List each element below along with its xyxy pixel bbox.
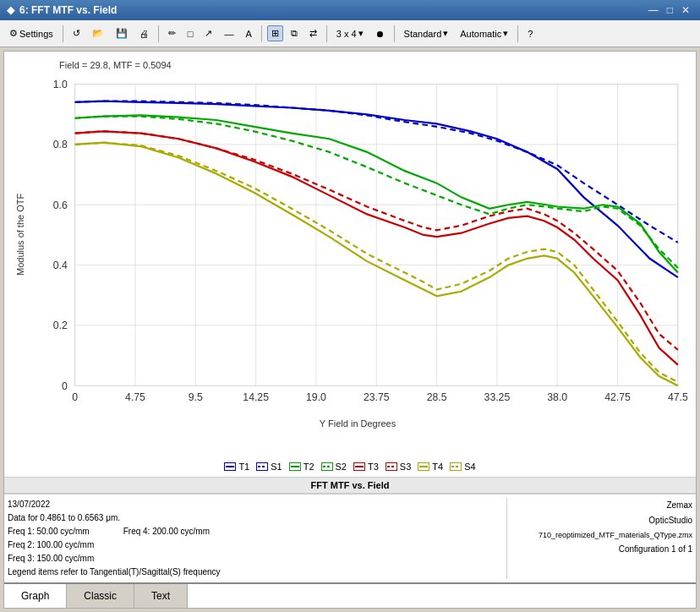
copy-button[interactable]: ⧉: [287, 25, 302, 41]
footer-company: Zemax: [514, 498, 692, 513]
footer-wavelength: Data for 0.4861 to 0.6563 μm.: [8, 511, 506, 525]
help-button[interactable]: ?: [523, 26, 537, 41]
svg-text:0.4: 0.4: [53, 260, 68, 271]
footer-freq1: Freq 1: 50.00 cyc/mm: [8, 525, 90, 538]
title-bar: ◆ 6: FFT MTF vs. Field — □ ✕: [0, 0, 700, 20]
svg-text:0.6: 0.6: [53, 199, 68, 211]
grid-icon: ⊞: [271, 28, 279, 39]
footer-filename: 710_reoptimized_MTF_materials_QType.zmx: [514, 528, 692, 542]
legend-item-t1: T1: [224, 462, 249, 472]
legend-box-s4: [450, 462, 462, 471]
rectangle-button[interactable]: □: [183, 26, 198, 41]
graph-area: Field = 29.8, MTF = 0.5094 Modulus of th…: [4, 52, 696, 456]
svg-text:19.0: 19.0: [306, 391, 326, 403]
legend-item-t4: T4: [418, 462, 443, 472]
toolbar-separator-1: [63, 25, 63, 42]
grid-size-dropdown[interactable]: 3 x 4 ▾: [332, 25, 368, 41]
automatic-dropdown[interactable]: Automatic ▾: [456, 25, 512, 41]
legend-label-t2: T2: [304, 462, 314, 472]
svg-text:14.25: 14.25: [243, 391, 269, 403]
tab-text[interactable]: Text: [134, 584, 188, 608]
save-button[interactable]: 💾: [112, 25, 132, 41]
footer-content: 13/07/2022 Data for 0.4861 to 0.6563 μm.…: [4, 494, 696, 582]
field-label: Field = 29.8, MTF = 0.5094: [59, 60, 687, 70]
legend-item-s2: S2: [321, 462, 347, 472]
chart-container: Modulus of the OTF: [13, 74, 687, 395]
arrow-button[interactable]: ↗: [200, 25, 216, 41]
text-icon: A: [245, 29, 251, 39]
toolbar-separator-6: [517, 25, 518, 42]
bottom-tabs: Graph Classic Text: [4, 582, 696, 608]
svg-text:0: 0: [72, 391, 78, 403]
y-axis-label: Modulus of the OTF: [13, 74, 28, 395]
record-button[interactable]: ⏺: [371, 26, 389, 41]
save-icon: 💾: [116, 28, 128, 39]
chart-wrapper: 1.0 0.8 0.6 0.4 0.2 0 0 4.75 9.5 14.25 1…: [28, 74, 687, 395]
text-button[interactable]: A: [241, 26, 255, 41]
pencil-button[interactable]: ✏: [164, 25, 180, 41]
footer-left: 13/07/2022 Data for 0.4861 to 0.6563 μm.…: [8, 498, 506, 579]
line-button[interactable]: —: [220, 26, 238, 41]
footer-freq2: Freq 2: 100.00 cyc/mm: [8, 538, 506, 552]
settings-icon: ⚙: [9, 28, 18, 39]
chevron-down-icon-3: ▾: [503, 28, 508, 39]
svg-text:4.75: 4.75: [125, 391, 145, 403]
svg-text:0.2: 0.2: [53, 320, 68, 331]
toolbar-separator-2: [158, 25, 159, 42]
minimize-button[interactable]: —: [645, 4, 662, 16]
legend-item-s3: S3: [386, 462, 411, 472]
record-icon: ⏺: [375, 29, 385, 39]
legend-item-s1: S1: [256, 462, 282, 472]
tab-graph[interactable]: Graph: [4, 584, 67, 608]
footer-date: 13/07/2022: [8, 498, 506, 511]
export-button[interactable]: ⇄: [305, 25, 321, 41]
grid-button[interactable]: ⊞: [267, 25, 283, 41]
svg-text:47.5: 47.5: [668, 391, 687, 403]
print-button[interactable]: 🖨: [135, 26, 153, 41]
svg-text:42.75: 42.75: [604, 391, 631, 403]
legend-label-s2: S2: [336, 462, 347, 472]
toolbar: ⚙ Settings ↺ 📂 💾 🖨 ✏ □ ↗ — A ⊞ ⧉ ⇄ 3 x 4…: [0, 20, 700, 47]
line-icon: —: [224, 29, 233, 39]
svg-text:1.0: 1.0: [53, 79, 68, 90]
chevron-down-icon-2: ▾: [443, 28, 448, 39]
svg-text:23.75: 23.75: [364, 391, 390, 403]
toolbar-separator-3: [261, 25, 262, 42]
legend-item-s4: S4: [450, 462, 475, 472]
svg-text:28.5: 28.5: [427, 391, 447, 403]
toolbar-separator-5: [394, 25, 395, 42]
svg-text:0: 0: [62, 380, 68, 392]
footer-freq4: Freq 4: 200.00 cyc/mm: [123, 525, 210, 538]
legend-label-t4: T4: [432, 462, 443, 472]
tab-classic[interactable]: Classic: [67, 584, 134, 608]
footer-freq-row1: Freq 1: 50.00 cyc/mm Freq 4: 200.00 cyc/…: [8, 525, 506, 538]
export-icon: ⇄: [309, 28, 317, 39]
open-button[interactable]: 📂: [88, 25, 108, 41]
legend-label-s1: S1: [271, 462, 282, 472]
chart-svg: 1.0 0.8 0.6 0.4 0.2 0 0 4.75 9.5 14.25 1…: [28, 74, 687, 415]
open-icon: 📂: [92, 28, 104, 39]
refresh-button[interactable]: ↺: [68, 25, 85, 41]
window-title: 6: FFT MTF vs. Field: [19, 4, 117, 16]
legend-box-s3: [386, 462, 397, 471]
svg-text:33.25: 33.25: [484, 391, 511, 403]
legend-box-t1: [224, 462, 236, 471]
close-button[interactable]: ✕: [678, 4, 693, 16]
legend-label-s4: S4: [464, 462, 475, 472]
refresh-icon: ↺: [73, 28, 80, 39]
legend-box-s2: [321, 462, 333, 471]
svg-text:38.0: 38.0: [547, 391, 567, 403]
maximize-button[interactable]: □: [664, 4, 676, 16]
footer-legend-note: Legend items refer to Tangential(T)/Sagi…: [8, 566, 506, 579]
standard-dropdown[interactable]: Standard ▾: [400, 25, 453, 41]
svg-text:0.8: 0.8: [53, 139, 68, 150]
footer-freq3: Freq 3: 150.00 cyc/mm: [8, 552, 506, 566]
rectangle-icon: □: [188, 29, 194, 39]
legend-box-s1: [256, 462, 268, 471]
print-icon: 🖨: [139, 29, 149, 39]
legend-box-t2: [289, 462, 301, 471]
chart-svg-area: 1.0 0.8 0.6 0.4 0.2 0 0 4.75 9.5 14.25 1…: [28, 74, 687, 415]
legend-label-s3: S3: [400, 462, 411, 472]
settings-button[interactable]: ⚙ Settings: [5, 25, 57, 41]
help-icon: ?: [528, 29, 533, 39]
